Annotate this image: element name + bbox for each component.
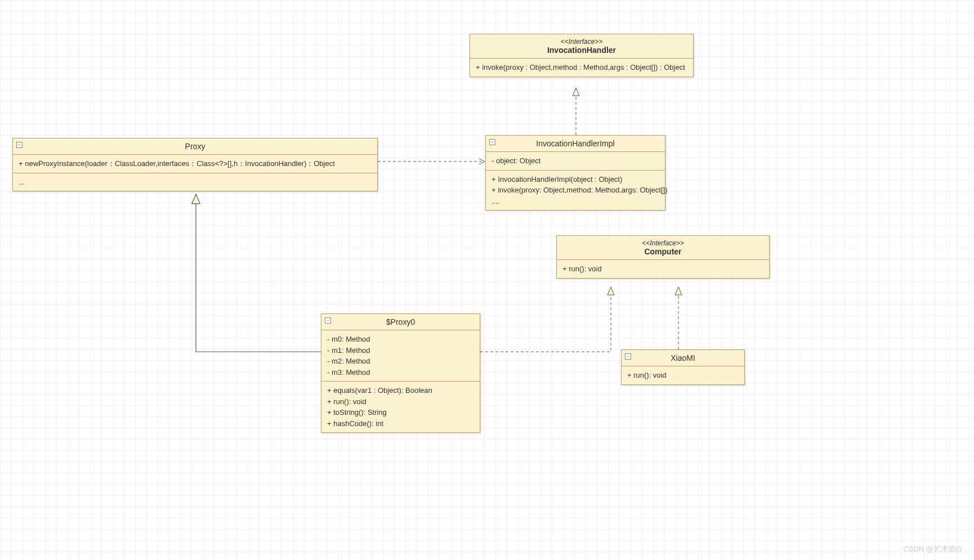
collapse-icon[interactable]: [625, 353, 631, 360]
class-proxy0[interactable]: $Proxy0 - m0: Method - m1: Method - m2: …: [321, 313, 480, 433]
extra-row: ...: [19, 177, 372, 188]
class-name: $Proxy0: [386, 317, 415, 326]
connectors-layer: [0, 0, 974, 560]
method-row: + InvocationHandlerImpl(object : Object): [492, 174, 659, 185]
collapse-icon[interactable]: [489, 139, 495, 145]
class-proxy[interactable]: Proxy + newProxyInstance(loader：ClassLoa…: [12, 138, 378, 191]
method-row: + invoke(proxy : Object,method : Method,…: [476, 62, 687, 73]
collapse-icon[interactable]: [16, 142, 23, 148]
method-row: ....: [492, 196, 659, 207]
method-row: + invoke(proxy: Object,method: Method,ar…: [492, 185, 659, 196]
method-row: + run(): void: [627, 370, 739, 381]
stereotype: <<Interface>>: [476, 38, 687, 46]
class-name: Proxy: [185, 142, 205, 151]
attr-row: - object: Object: [492, 155, 659, 167]
class-name: InvocationHandler: [547, 46, 616, 55]
attr-row: - m1: Method: [327, 345, 474, 356]
method-row: + equals(var1 : Object): Boolean: [327, 385, 474, 396]
class-name: Computer: [644, 247, 681, 256]
attr-row: - m2: Method: [327, 356, 474, 367]
watermark: CSDN @艺术留白: [903, 544, 963, 554]
method-row: + run(): void: [327, 396, 474, 407]
method-row: + run(): void: [562, 263, 763, 275]
attr-row: - m3: Method: [327, 367, 474, 378]
method-row: + toString(): String: [327, 407, 474, 418]
method-row: + newProxyInstance(loader：ClassLoader,in…: [19, 158, 372, 169]
method-row: + hashCode(): int: [327, 418, 474, 429]
class-computer[interactable]: <<Interface>> Computer + run(): void: [556, 235, 770, 279]
stereotype: <<Interface>>: [562, 239, 763, 247]
class-invocation-handler-impl[interactable]: InvocationHandlerImpl - object: Object +…: [485, 135, 665, 210]
attr-row: - m0: Method: [327, 334, 474, 345]
class-name: InvocationHandlerImpl: [536, 139, 614, 148]
collapse-icon[interactable]: [325, 317, 331, 324]
class-xiaomi[interactable]: XiaoMI + run(): void: [621, 350, 745, 385]
class-invocation-handler[interactable]: <<Interface>> InvocationHandler + invoke…: [470, 34, 694, 77]
class-name: XiaoMI: [671, 353, 695, 362]
